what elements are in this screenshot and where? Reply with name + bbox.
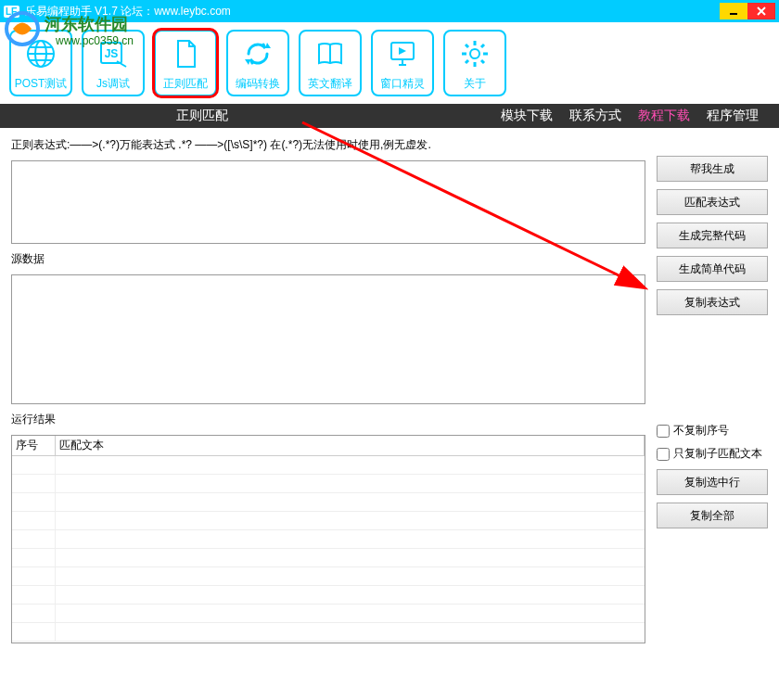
- book-icon: [312, 35, 349, 72]
- gear-icon: [456, 35, 493, 72]
- minimize-icon: [728, 6, 739, 17]
- copy-expr-button[interactable]: 复制表达式: [657, 289, 768, 315]
- table-row[interactable]: [12, 530, 645, 549]
- nav-tutorial-download[interactable]: 教程下载: [632, 108, 696, 124]
- table-row[interactable]: [12, 586, 645, 605]
- source-label: 源数据: [11, 251, 645, 267]
- no-copy-seq-input[interactable]: [657, 425, 670, 438]
- match-expr-button[interactable]: 匹配表达式: [657, 189, 768, 215]
- close-icon: [756, 6, 767, 17]
- copy-selected-button[interactable]: 复制选中行: [657, 469, 768, 495]
- tool-translate[interactable]: 英文翻译: [299, 30, 362, 96]
- table-row[interactable]: [12, 512, 645, 530]
- gen-full-button[interactable]: 生成完整代码: [657, 223, 768, 248]
- table-row[interactable]: [12, 493, 645, 512]
- page-title: 正则匹配: [176, 108, 228, 124]
- checkbox-label: 只复制子匹配文本: [673, 446, 762, 462]
- js-icon: JS: [95, 35, 132, 72]
- tool-label: 编码转换: [236, 76, 280, 92]
- no-copy-seq-checkbox[interactable]: 不复制序号: [657, 423, 768, 439]
- tool-label: Js调试: [96, 76, 130, 92]
- help-gen-button[interactable]: 帮我生成: [657, 156, 768, 182]
- checkbox-label: 不复制序号: [673, 423, 729, 439]
- nav-bar: 正则匹配 模块下载 联系方式 教程下载 程序管理: [0, 104, 779, 128]
- close-button[interactable]: [747, 3, 775, 19]
- copy-all-button[interactable]: 复制全部: [657, 503, 768, 528]
- svg-line-27: [481, 45, 484, 47]
- svg-line-25: [466, 45, 468, 47]
- monitor-icon: [384, 35, 421, 72]
- toolbar: POST测试 JS Js调试 正则匹配 编码转换 英文翻译: [0, 22, 779, 104]
- col-seq[interactable]: 序号: [12, 436, 55, 456]
- results-label: 运行结果: [11, 412, 645, 427]
- nav-program-manage[interactable]: 程序管理: [701, 108, 764, 124]
- tool-about[interactable]: 关于: [443, 30, 506, 96]
- svg-line-28: [466, 60, 468, 63]
- svg-point-20: [470, 49, 479, 58]
- col-text[interactable]: 匹配文本: [55, 436, 645, 456]
- svg-marker-19: [399, 47, 406, 55]
- regex-label: 正则表达式:——>(.*?)万能表达式 .*? ——>([\s\S]*?) 在(…: [11, 137, 645, 153]
- nav-module-download[interactable]: 模块下载: [495, 108, 558, 124]
- minimize-button[interactable]: [720, 3, 747, 19]
- app-icon: LE: [4, 6, 19, 18]
- only-copy-sub-input[interactable]: [657, 448, 670, 461]
- only-copy-sub-checkbox[interactable]: 只复制子匹配文本: [657, 446, 768, 462]
- svg-text:JS: JS: [105, 47, 119, 60]
- refresh-icon: [239, 35, 276, 72]
- gen-simple-button[interactable]: 生成简单代码: [657, 256, 768, 282]
- nav-contact[interactable]: 联系方式: [564, 108, 627, 124]
- table-row[interactable]: [12, 623, 645, 642]
- regex-input[interactable]: [11, 160, 645, 244]
- table-row[interactable]: [12, 549, 645, 567]
- tool-encoding[interactable]: 编码转换: [226, 30, 289, 96]
- globe-icon: [22, 35, 59, 72]
- svg-marker-13: [265, 43, 271, 48]
- table-row[interactable]: [12, 475, 645, 493]
- tool-label: 英文翻译: [308, 76, 352, 92]
- tool-label: 关于: [464, 76, 486, 92]
- titlebar: LE 乐易编程助手 V1.7 论坛：www.leybc.com: [0, 0, 779, 22]
- tool-label: 正则匹配: [163, 76, 208, 92]
- tool-post-test[interactable]: POST测试: [9, 30, 72, 96]
- tool-window-spirit[interactable]: 窗口精灵: [371, 30, 434, 96]
- table-row[interactable]: [12, 456, 645, 475]
- document-icon: [167, 35, 204, 72]
- results-table[interactable]: 序号 匹配文本: [11, 435, 645, 643]
- svg-line-26: [481, 60, 484, 63]
- tool-label: POST测试: [15, 76, 68, 92]
- table-row[interactable]: [12, 567, 645, 586]
- tool-js-debug[interactable]: JS Js调试: [82, 30, 145, 96]
- tool-regex-match[interactable]: 正则匹配: [154, 30, 217, 96]
- table-row[interactable]: [12, 605, 645, 623]
- source-input[interactable]: [11, 274, 645, 404]
- window-title: 乐易编程助手 V1.7 论坛：www.leybc.com: [25, 4, 720, 19]
- tool-label: 窗口精灵: [380, 76, 425, 92]
- svg-marker-14: [245, 59, 250, 65]
